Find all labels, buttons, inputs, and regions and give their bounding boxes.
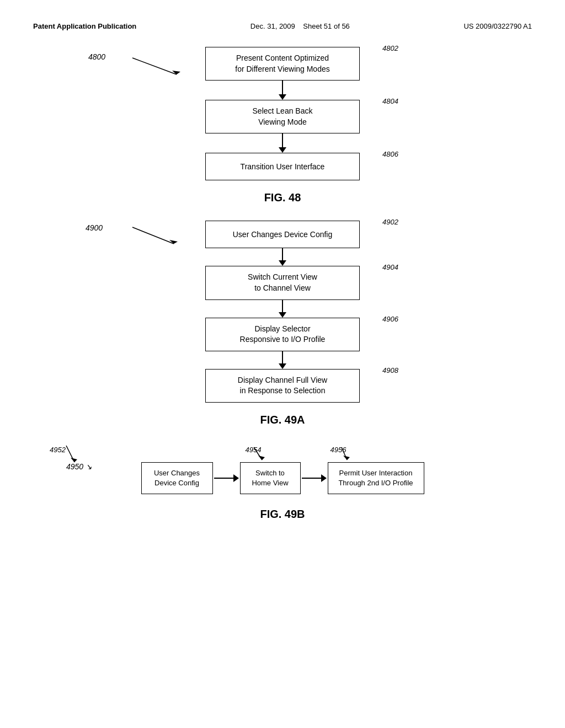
fig48-arrow-svg [66,50,215,83]
fig49a-ref-4902: 4902 [382,218,398,226]
header-sheet: Sheet 51 of 56 [303,22,350,30]
fig49b-arrowhead-right-2 [321,474,327,482]
fig49b-section: 4950 ↘ 4952 User Changes Device Config [33,462,532,521]
fig49b-node-container-4956: 4956 Permit User Interaction Through 2nd… [328,462,424,494]
header-date-text: Dec. 31, 2009 [250,22,295,30]
fig49a-flow: 4902 User Changes Device Config 4904 Swi… [33,221,532,440]
fig49a-ref-4908: 4908 [382,366,398,374]
fig49b-arrow-line-h-1 [214,478,233,479]
fig49a-box-4906: Display Selector Responsive to I/O Profi… [205,318,360,351]
fig49b-label: FIG. 49B [33,508,532,521]
fig48-section: 4800 4802 Present Content Optimized for … [33,47,532,218]
fig48-arrow-2 [279,133,286,153]
fig48-arrowhead-1 [279,94,286,100]
svg-marker-5 [71,458,77,462]
fig49a-arrow-line-2 [282,300,283,312]
fig49a-node-container-4908: 4908 Display Channel Full View in Respon… [200,369,365,403]
svg-line-2 [132,227,174,244]
fig49b-node-container-4954: 4954 Switch to Home View [240,462,301,494]
fig49b-box-4952: User Changes Device Config [141,462,213,494]
fig49b-row: 4952 User Changes Device Config 4954 [33,462,532,494]
fig49b-arrow-4954 [248,445,287,461]
fig49b-arrowhead-right-1 [233,474,239,482]
fig48-node-container-4804: 4804 Select Lean Back Viewing Mode [200,100,365,133]
fig49b-arrow-right-2 [302,474,327,482]
svg-line-0 [132,58,177,74]
fig49b-node-container-4952: User Changes Device Config [141,462,213,494]
fig48-box-4804: Select Lean Back Viewing Mode [205,100,360,133]
fig48-node-container-4802: 4802 Present Content Optimized for Diffe… [200,47,365,81]
fig48-arrow-line-1 [282,81,283,94]
svg-marker-7 [258,456,265,460]
fig49a-box-4902: User Changes Device Config [205,221,360,248]
fig49a-arrowhead-3 [279,363,286,369]
fig49b-box-4956: Permit User Interaction Through 2nd I/O … [328,462,424,494]
fig49b-box-4954: Switch to Home View [240,462,301,494]
page: Patent Application Publication Dec. 31, … [0,0,565,728]
fig49a-section: 4900 4902 User Changes Device Config [33,221,532,440]
fig49a-arrow-line-1 [282,248,283,260]
fig49a-arrow-svg [63,221,212,251]
fig48-ref-4802: 4802 [382,44,398,52]
fig48-label: FIG. 48 [264,191,301,204]
fig48-arrow-line-2 [282,133,283,147]
fig49a-node-container-4906: 4906 Display Selector Responsive to I/O … [200,318,365,351]
fig49b-arrow-right-1 [214,474,239,482]
svg-marker-9 [343,456,350,460]
fig49b-arrow-line-h-2 [302,478,321,479]
fig49a-arrow-3 [279,351,286,369]
fig48-arrowhead-2 [279,147,286,153]
fig49a-ref-4904: 4904 [382,263,398,271]
fig48-box-4806: Transition User Interface [205,153,360,180]
fig49a-box-4908: Display Channel Full View in Response to… [205,369,360,403]
fig49a-ref-4906: 4906 [382,315,398,323]
fig49a-label: FIG. 49A [260,414,305,426]
fig48-ref-4804: 4804 [382,97,398,105]
fig48-arrow-1 [279,81,286,100]
fig49a-node-container-4902: 4902 User Changes Device Config [200,221,365,248]
fig49a-box-4904: Switch Current View to Channel View [205,266,360,299]
svg-marker-3 [169,240,178,244]
fig49a-arrowhead-2 [279,312,286,318]
fig49a-arrow-line-3 [282,351,283,363]
svg-marker-1 [172,71,180,74]
fig49b-arrow-4952 [41,443,91,465]
fig49a-node-container-4904: 4904 Switch Current View to Channel View [200,266,365,299]
fig48-box-4802: Present Content Optimized for Different … [205,47,360,81]
fig49a-arrowhead-1 [279,260,286,266]
fig49a-arrow-1 [279,248,286,266]
header-patent-number: US 2009/0322790 A1 [463,22,532,30]
fig48-ref-4806: 4806 [382,150,398,158]
page-header: Patent Application Publication Dec. 31, … [33,22,532,30]
fig49b-arrow-4956 [333,445,377,461]
header-date: Dec. 31, 2009 Sheet 51 of 56 [250,22,350,30]
fig48-node-container-4806: 4806 Transition User Interface [200,153,365,180]
header-publication-label: Patent Application Publication [33,22,136,30]
fig49a-arrow-2 [279,300,286,318]
